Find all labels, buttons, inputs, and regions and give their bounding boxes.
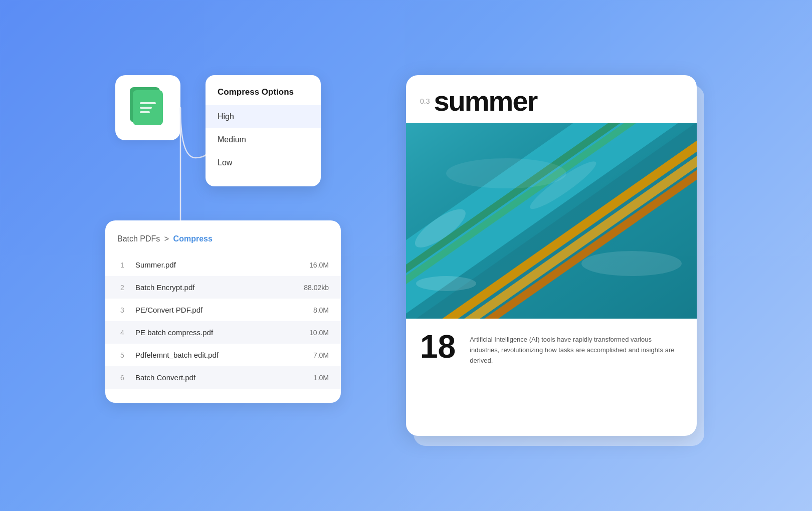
app-icon-wrapper [115,75,180,140]
compress-options-dropdown: Compress Options High Medium Low [206,75,321,186]
file-size-2: 88.02kb [304,284,329,292]
file-num-4: 4 [117,329,127,337]
icon-line-2 [140,107,152,109]
magazine-preview-card: 0.3 summer [406,75,697,436]
file-name-1: Summer.pdf [135,261,301,269]
magazine-version: 0.3 [420,97,430,105]
left-panel: Compress Options High Medium Low Batch P… [105,75,386,426]
compress-options-title: Compress Options [206,87,321,105]
compress-option-high[interactable]: High [206,105,321,128]
file-size-5: 7.0M [313,351,329,359]
magazine-footer: 18 Artificial Intelligence (AI) tools ha… [406,319,697,378]
main-container: Compress Options High Medium Low Batch P… [105,75,707,436]
file-size-4: 10.0M [309,329,329,337]
file-name-4: PE batch compress.pdf [135,328,301,337]
compress-option-medium[interactable]: Medium [206,128,321,151]
svg-point-16 [416,276,476,291]
magazine-header: 0.3 summer [406,75,697,123]
file-num-2: 2 [117,284,127,292]
file-num-1: 1 [117,261,127,269]
app-icon [133,90,163,125]
file-row-3: 3 PE/Convert PDF.pdf 8.0M [105,299,341,321]
breadcrumb-arrow: > [164,234,169,243]
file-row-5: 5 Pdfelemnt_batch edit.pdf 7.0M [105,344,341,366]
file-num-6: 6 [117,374,127,382]
batch-header: Batch PDFs > Compress [105,234,341,253]
breadcrumb-end: Compress [173,234,213,243]
file-num-5: 5 [117,351,127,359]
file-row-6: 6 Batch Convert.pdf 1.0M [105,366,341,389]
file-name-6: Batch Convert.pdf [135,373,305,382]
magazine-description: Artificial Intelligence (AI) tools have … [470,331,683,366]
file-name-3: PE/Convert PDF.pdf [135,306,305,314]
svg-point-14 [446,158,566,188]
compress-option-low[interactable]: Low [206,151,321,174]
file-row-4: 4 PE batch compress.pdf 10.0M [105,321,341,344]
svg-point-15 [581,251,682,276]
icon-line-3 [140,111,150,113]
magazine-title: summer [434,87,537,115]
file-row-1: 1 Summer.pdf 16.0M [105,253,341,276]
magazine-image [406,123,697,319]
breadcrumb-start: Batch PDFs [117,234,160,243]
icon-line-1 [140,102,156,104]
magazine-page-number: 18 [420,331,456,363]
file-size-1: 16.0M [309,261,329,269]
file-size-3: 8.0M [313,306,329,314]
file-size-6: 1.0M [313,374,329,382]
file-name-2: Batch Encrypt.pdf [135,283,296,292]
right-wrapper: 0.3 summer [406,75,697,436]
batch-pdf-card: Batch PDFs > Compress 1 Summer.pdf 16.0M… [105,220,341,403]
file-name-5: Pdfelemnt_batch edit.pdf [135,351,305,359]
file-row-2: 2 Batch Encrypt.pdf 88.02kb [105,276,341,299]
file-num-3: 3 [117,306,127,314]
